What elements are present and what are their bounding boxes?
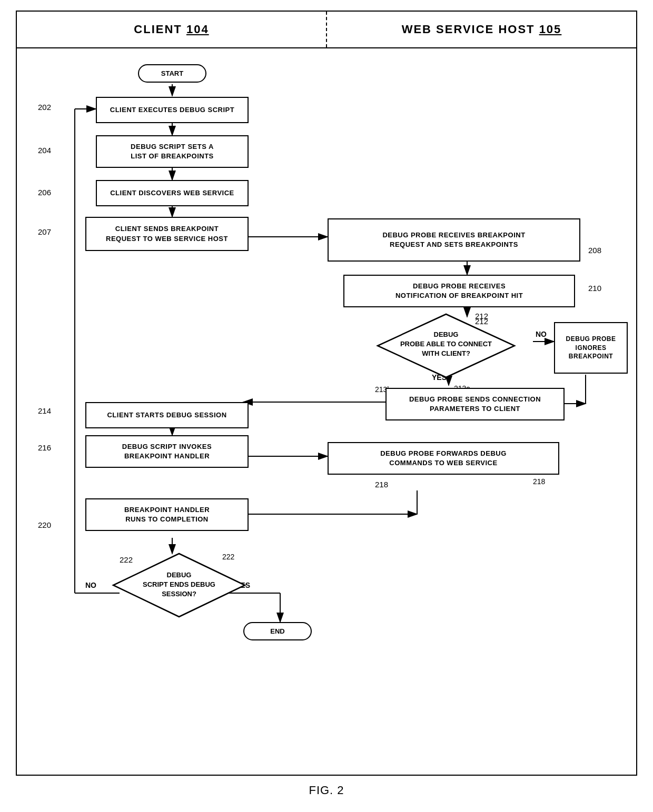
client-number: 104 — [186, 23, 209, 36]
label-207: 207 — [38, 227, 51, 236]
step-216-box: DEBUG SCRIPT INVOKESBREAKPOINT HANDLER — [85, 435, 249, 468]
step-208-box: DEBUG PROBE RECEIVES BREAKPOINTREQUEST A… — [328, 218, 580, 262]
label-214: 214 — [38, 406, 51, 415]
step-214-box: CLIENT STARTS DEBUG SESSION — [85, 402, 249, 428]
webservice-number: 105 — [539, 23, 562, 36]
label-216: 216 — [38, 443, 51, 452]
fig-label: FIG. 2 — [309, 784, 344, 797]
svg-text:DEBUG: DEBUG — [167, 571, 192, 579]
step-207-box: CLIENT SENDS BREAKPOINTREQUEST TO WEB SE… — [85, 217, 249, 251]
svg-text:NO: NO — [536, 330, 547, 338]
webservice-label: WEB SERVICE HOST — [402, 23, 535, 36]
step-218-box: DEBUG PROBE FORWARDS DEBUGCOMMANDS TO WE… — [328, 442, 559, 475]
main-area: YES NO YES — [17, 48, 636, 775]
step-206-box: CLIENT DISCOVERS WEB SERVICE — [96, 180, 249, 206]
end-box: END — [243, 622, 312, 640]
step-222-diamond: DEBUG SCRIPT ENDS DEBUG SESSION? — [111, 551, 248, 619]
step-220-box: BREAKPOINT HANDLERRUNS TO COMPLETION — [85, 498, 249, 531]
label-218b: 218 — [533, 477, 545, 486]
label-208: 208 — [588, 246, 601, 255]
label-212b: 212 — [475, 312, 488, 320]
header-client: CLIENT 104 — [17, 12, 327, 47]
header-webservice: WEB SERVICE HOST 105 — [327, 12, 636, 47]
step-212-diamond: DEBUG PROBE ABLE TO CONNECT WITH CLIENT? — [375, 312, 517, 380]
svg-text:DEBUG: DEBUG — [434, 330, 459, 338]
diagram-container: CLIENT 104 WEB SERVICE HOST 105 — [16, 11, 637, 776]
label-202: 202 — [38, 103, 51, 112]
label-218: 218 — [375, 480, 388, 489]
svg-text:PROBE ABLE TO CONNECT: PROBE ABLE TO CONNECT — [400, 340, 492, 348]
svg-text:SESSION?: SESSION? — [162, 590, 196, 598]
label-210: 210 — [588, 284, 601, 293]
svg-text:NO: NO — [85, 581, 96, 589]
svg-text:WITH  CLIENT?: WITH CLIENT? — [422, 349, 470, 357]
step-213a-box: DEBUG PROBEIGNORESBREAKPOINT — [554, 322, 628, 374]
client-label: CLIENT — [134, 23, 182, 36]
header-row: CLIENT 104 WEB SERVICE HOST 105 — [17, 12, 636, 48]
start-box: START — [138, 64, 206, 83]
step-213b-box: DEBUG PROBE SENDS CONNECTIONPARAMETERS T… — [385, 388, 565, 420]
label-222b: 222 — [222, 553, 234, 561]
diamond-212-svg: DEBUG PROBE ABLE TO CONNECT WITH CLIENT? — [375, 312, 517, 380]
label-220: 220 — [38, 520, 51, 529]
step-202-box: CLIENT EXECUTES DEBUG SCRIPT — [96, 97, 249, 123]
diamond-222-svg: DEBUG SCRIPT ENDS DEBUG SESSION? — [111, 551, 248, 619]
step-210-box: DEBUG PROBE RECEIVESNOTIFICATION OF BREA… — [343, 275, 575, 307]
label-206: 206 — [38, 188, 51, 197]
svg-text:SCRIPT ENDS DEBUG: SCRIPT ENDS DEBUG — [143, 580, 215, 588]
step-204-box: DEBUG SCRIPT SETS ALIST OF BREAKPOINTS — [96, 135, 249, 168]
label-204: 204 — [38, 146, 51, 155]
